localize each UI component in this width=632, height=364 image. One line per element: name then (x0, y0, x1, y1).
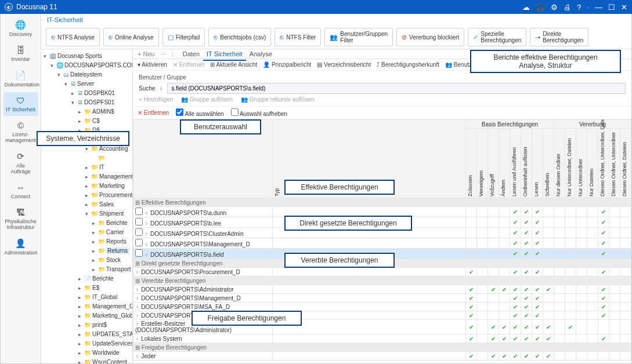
tree-node[interactable]: ▸📁Carrier (92, 228, 131, 237)
tab-analyse[interactable]: Analyse (246, 49, 276, 60)
win-icon[interactable]: — (595, 3, 602, 12)
deselect-all-checkbox[interactable]: Auswahl aufheben (231, 108, 288, 117)
win-icon[interactable]: 🖨 (564, 3, 571, 12)
tree-node[interactable]: ▸📁Reports (92, 237, 131, 246)
tree-node[interactable]: ▸📁WsusContent (78, 358, 131, 363)
nav-dokumentation[interactable]: 📄Dokumentation (3, 67, 38, 91)
table-row[interactable]: ♀ DOCUSNAPSPORTS\Management_D ✔✔✔✔✔ (133, 294, 631, 303)
win-icon[interactable]: ⚙ (551, 3, 558, 12)
tree-node[interactable]: ▾🖥Server (64, 79, 131, 89)
table-row[interactable]: ♀ DOCUSNAPSPORTS\MSA_FA_D ✔✔✔✔✔ (133, 303, 631, 311)
nav-physikalische-infrastruktur[interactable]: 🏗PhysikalischeInfrastruktur (3, 204, 38, 234)
tree-node[interactable]: ▸📁Marketing_Global (78, 311, 131, 321)
toolbar-btn[interactable]: ✓SpezielleBerechtigungen (468, 28, 526, 46)
tree-node[interactable]: ▸🖥DOSPBK01 (71, 89, 131, 98)
win-icon[interactable]: ? (577, 3, 581, 12)
win-icon[interactable]: ✕ (621, 3, 627, 12)
table-row[interactable]: ♀ DOCUSNAPSPORTS\Management_D ✔✔✔✔ (133, 238, 631, 249)
table-row[interactable]: ♀ DOCUSNAPSPORTS\b.lee ✔✔✔✔ (133, 217, 631, 228)
tree-node[interactable]: ▸📁print$ (78, 321, 131, 330)
nav-connect[interactable]: ↔Connect (3, 179, 38, 203)
tree-node[interactable]: ▸📁Worldwide (78, 348, 131, 358)
nav-administration[interactable]: 👤Administration (3, 235, 38, 259)
win-icon[interactable]: · (587, 3, 589, 12)
remove-button[interactable]: ✕ Entfernen (138, 110, 169, 116)
tree-node[interactable]: ▸📁UPDATES_STANDALONE (78, 330, 131, 339)
group-header[interactable]: ⊞ Vererbte Berechtigungen (133, 276, 631, 285)
tree-node[interactable]: ▾📁Accounting (85, 144, 131, 154)
toolbar-btn[interactable]: ⎋Online Analyse (103, 28, 159, 46)
subtb-item[interactable]: 👥 Benutzer/Gruppen Struktur (445, 61, 523, 68)
nav-lizenz--management[interactable]: ©Lizenz-management (3, 117, 38, 147)
nav-icon: © (5, 121, 37, 130)
tree-node[interactable]: ▸📁IT (85, 163, 131, 172)
more-button[interactable]: ··· (161, 50, 166, 57)
tree-node[interactable]: ▸📁IT_Global (78, 293, 131, 302)
subtb-item[interactable]: ▤ Verzeichnisbericht (317, 61, 371, 68)
tree-node[interactable]: ▸📁Berichte (92, 219, 131, 228)
tree-node[interactable]: ▸📁ADMIN$ (78, 107, 131, 117)
tree-node[interactable]: ▾🖥DOSPFS01 (71, 98, 131, 107)
folder-icon: 📁 (84, 350, 91, 356)
win-icon[interactable]: ☐ (608, 3, 615, 12)
tree-node[interactable]: ▾🏢Docusnap Sports (44, 52, 131, 61)
table-row[interactable]: ♀ Jeder ✔✔✔✔✔✔✔ (133, 352, 631, 361)
add-action[interactable]: 👥 Gruppe rekursiv auflösen (241, 96, 315, 103)
group-header[interactable]: ⊞ Freigabe Berechtigungen (133, 343, 631, 352)
win-icon[interactable]: 🎧 (536, 3, 545, 12)
tree-node[interactable]: ▸📁UpdateServicesPackages (78, 339, 131, 348)
nav-tree[interactable]: ▾🏢Docusnap Sports ▾🌐DOCUSNAPSPORTS.COM ▾… (41, 49, 133, 363)
toolbar-btn[interactable]: ⎋NTFS Filter (275, 28, 321, 46)
tree-node[interactable]: ▸📁Management (85, 172, 131, 181)
tree-node[interactable]: ▸📁Transport & Delivery S (92, 265, 131, 274)
subtb-item[interactable]: 👤 Prinzipalbericht (263, 61, 311, 68)
search-input[interactable] (167, 83, 626, 94)
toolbar-btn[interactable]: ⇢DirekteBerechtigungen (530, 28, 588, 46)
group-header[interactable]: ⊞ Effektive Berechtigungen (133, 198, 631, 207)
table-row[interactable]: ♀ DOCUSNAPSPORTS\Procurement_D ✔✔✔✔✔ (133, 268, 631, 276)
tree-node[interactable]: ▸📁D$ (78, 126, 131, 135)
nav-alle-aufträge[interactable]: ⟳AlleAufträge (3, 148, 38, 178)
add-action[interactable]: 👥 Gruppe auflösen (181, 96, 233, 103)
tree-node[interactable]: 📁 (92, 154, 131, 163)
toolbar-btn[interactable]: ⊘Vererbung blockiert (396, 28, 464, 46)
table-row[interactable]: ♀ Lokales System ✔✔✔✔✔✔✔✔ (133, 334, 631, 343)
tree-node[interactable]: ▸📄Berichte (78, 274, 131, 283)
tree-node[interactable]: ▸📁E$ (78, 283, 131, 293)
table-row[interactable]: ♀ DOCUSNAPSPORTS\Shipment_D ✔✔✔✔✔ (133, 311, 631, 320)
tree-node[interactable]: ▸📁Stock (92, 256, 131, 265)
tree-node[interactable]: ▸📁Management_Global (78, 302, 131, 311)
tree-node[interactable]: ▸📁Sales (85, 200, 131, 209)
folder-icon: 🖥 (70, 81, 76, 87)
nav-icon: 🏗 (5, 208, 37, 217)
table-row[interactable]: ♀ DOCUSNAPSPORTS\a.dunn ✔✔✔✔ (133, 207, 631, 217)
toolbar-btn[interactable]: 👥Benutzer/GruppenFilter (324, 28, 393, 46)
subtb-item[interactable]: ⤴ Berechtigungsherkunft (377, 61, 439, 68)
tree-node[interactable]: ▾📁Departments (78, 135, 131, 144)
select-all-checkbox[interactable]: Alle auswählen (176, 108, 224, 117)
subtb-item[interactable]: ▾ Aktivieren (138, 61, 167, 68)
tree-node[interactable]: ▾🗂Dateisystem (57, 70, 131, 79)
table-row[interactable]: ♀ DOCUSNAPSPORTS\s.field ✔✔✔✔ (133, 249, 631, 259)
tree-node[interactable]: ▾📁Shipment (85, 209, 131, 219)
tree-node[interactable]: ▸📁C$ (78, 117, 131, 126)
nav-inventar[interactable]: 🗄Inventar (3, 42, 38, 65)
nav-it-sicherheit[interactable]: 🛡IT Sicherheit (3, 92, 38, 116)
tree-node[interactable]: ▸📁Returns (92, 246, 131, 256)
tree-node[interactable]: ▾🌐DOCUSNAPSPORTS.COM (50, 61, 131, 70)
toolbar-btn[interactable]: ⎋NTFS Analyse (46, 28, 100, 46)
group-header[interactable]: ⊞ Direkt gesetzte Berechtigungen (133, 259, 631, 268)
table-row[interactable]: ♀ DOCUSNAPSPORTS\Administrator ✔✔✔✔✔✔✔✔ (133, 285, 631, 294)
subtb-item[interactable]: ⊞ Aktuelle Ansicht (210, 61, 257, 68)
nav-discovery[interactable]: 🌐Discovery (3, 16, 38, 41)
table-row[interactable]: ♀ Ersteller-Besitzer (DOCUSNAPSPORTS\Adm… (133, 320, 631, 334)
table-row[interactable]: ♀ DOCUSNAPSPORTS\ClusterAdmin ✔✔✔✔ (133, 228, 631, 238)
new-button[interactable]: + Neu (138, 50, 155, 57)
add-action[interactable]: + Hinzufügen (139, 96, 173, 103)
tab-daten[interactable]: Daten (179, 49, 203, 60)
toolbar-btn[interactable]: ⎋Berichtsjobs (csv) (208, 28, 271, 46)
toolbar-btn[interactable]: ▢Filterpfad (162, 28, 205, 46)
tree-node[interactable]: ▸📁Marketing (85, 181, 131, 191)
tree-node[interactable]: ▸📁Procurement (85, 191, 131, 200)
win-icon[interactable]: ☁ (522, 3, 530, 12)
